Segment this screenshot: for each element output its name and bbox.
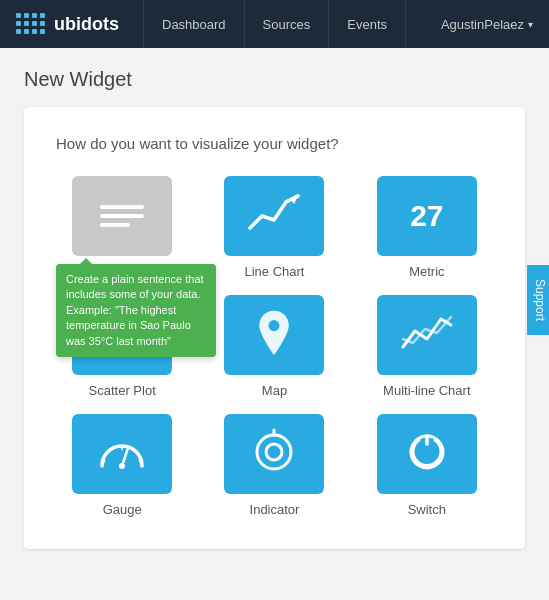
widget-switch-label: Switch	[408, 502, 446, 517]
widget-line-chart-icon-box	[224, 176, 324, 256]
widget-gauge-icon-box	[72, 414, 172, 494]
widget-line-chart[interactable]: Line Chart	[208, 176, 340, 279]
card-question: How do you want to visualize your widget…	[56, 135, 493, 152]
page-title: New Widget	[24, 68, 525, 91]
widget-indicator-icon-box	[224, 414, 324, 494]
widget-switch[interactable]: Switch	[361, 414, 493, 517]
svg-point-10	[119, 463, 125, 469]
svg-point-14	[257, 435, 291, 469]
nav-links: Dashboard Sources Events	[143, 0, 441, 48]
svg-point-15	[266, 444, 282, 460]
brand-logo[interactable]: ubidots	[16, 13, 119, 35]
widget-metric-icon-box: 27	[377, 176, 477, 256]
line-chart-icon	[246, 192, 302, 240]
switch-icon	[405, 430, 449, 478]
brand-dots-icon	[16, 13, 46, 35]
multi-line-chart-icon	[399, 311, 455, 359]
statement-tooltip: Create a plain sentence that includes so…	[56, 264, 216, 357]
widget-statement-icon-box	[72, 176, 172, 256]
widget-indicator-label: Indicator	[250, 502, 300, 517]
widget-metric[interactable]: 27 Metric	[361, 176, 493, 279]
widget-statement[interactable]: Statement Create a plain sentence that i…	[56, 176, 188, 279]
widget-map-icon-box	[224, 295, 324, 375]
svg-point-9	[269, 320, 280, 331]
widget-metric-label: Metric	[409, 264, 444, 279]
widget-grid: Statement Create a plain sentence that i…	[56, 176, 493, 517]
widget-multi-line-chart-label: Multi-line Chart	[383, 383, 470, 398]
widget-gauge[interactable]: Gauge	[56, 414, 188, 517]
navbar: ubidots Dashboard Sources Events Agustin…	[0, 0, 549, 48]
widget-multi-line-chart-icon-box	[377, 295, 477, 375]
support-tab[interactable]: Support	[527, 265, 549, 335]
metric-icon: 27	[410, 199, 443, 233]
widget-scatter-plot-label: Scatter Plot	[89, 383, 156, 398]
widget-switch-icon-box	[377, 414, 477, 494]
widget-indicator[interactable]: Indicator	[208, 414, 340, 517]
nav-sources[interactable]: Sources	[245, 0, 330, 48]
widget-gauge-label: Gauge	[103, 502, 142, 517]
widget-map[interactable]: Map	[208, 295, 340, 398]
widget-line-chart-label: Line Chart	[245, 264, 305, 279]
page-content: New Widget How do you want to visualize …	[0, 48, 549, 569]
indicator-icon	[254, 426, 294, 482]
nav-events[interactable]: Events	[329, 0, 406, 48]
nav-user-menu[interactable]: AgustinPelaez	[441, 17, 533, 32]
widget-card: How do you want to visualize your widget…	[24, 107, 525, 549]
nav-dashboard[interactable]: Dashboard	[143, 0, 245, 48]
statement-icon	[100, 205, 144, 227]
map-icon	[254, 309, 294, 361]
widget-multi-line-chart[interactable]: Multi-line Chart	[361, 295, 493, 398]
brand-name: ubidots	[54, 14, 119, 35]
widget-map-label: Map	[262, 383, 287, 398]
gauge-icon	[96, 430, 148, 478]
